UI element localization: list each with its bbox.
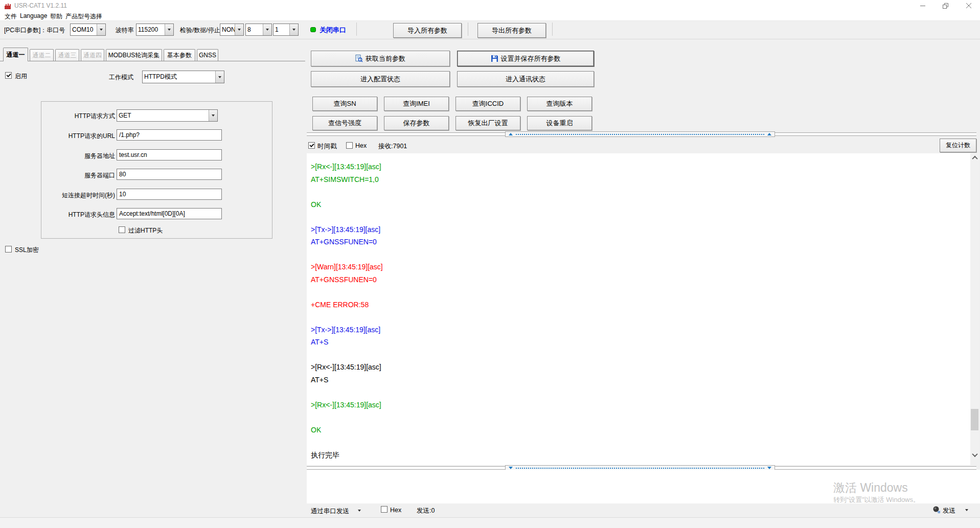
chevron-down-icon[interactable] [263,24,271,35]
log-line: 执行完毕 [311,449,383,462]
menu-language[interactable]: Language [20,12,47,19]
send-controls-row: 通过串口发送 Hex 发送:0 发送 [307,503,980,517]
enter-config-button[interactable]: 进入配置状态 [311,71,450,87]
enable-checkbox[interactable] [5,72,12,79]
short-conn-timeout-input[interactable]: 10 [117,189,222,200]
splitter-dots [516,134,764,135]
ssl-checkbox[interactable] [5,246,12,252]
menu-file[interactable]: 文件 [5,12,17,21]
tab-channel-1[interactable]: 通道一 [3,48,28,61]
frame-label: 检验/数据/停止 [180,26,220,35]
log-line: >[Tx->][13:45:19][asc] [311,324,383,336]
titlebar: USR-CAT1 V1.2.11 [0,0,980,11]
send-splitter[interactable] [307,466,976,470]
send-hex-checkbox[interactable] [381,506,388,513]
tab-channel-2[interactable]: 通道二 [30,49,54,61]
databits-select[interactable]: 8 [245,24,272,36]
tab-gnss[interactable]: GNSS [197,49,218,61]
close-button[interactable] [957,0,980,11]
app-icon [4,3,11,12]
import-params-button[interactable]: 导入所有参数 [393,23,462,38]
http-method-label: HTTP请求方式 [43,112,115,121]
save-params-button[interactable]: 保存参数 [384,116,449,130]
scroll-down-button[interactable] [970,450,979,459]
stopbits-select[interactable]: 1 [273,24,299,36]
chevron-down-icon[interactable] [235,24,243,35]
receive-log-area[interactable]: >[Rx<-][13:45:19][asc] AT+SIMSWITCH=1,0 … [307,153,970,465]
send-via-serial-dropdown[interactable]: 通过串口发送 [311,507,349,516]
toolbar: [PC串口参数]：串口号 COM10 波特率 115200 检验/数据/停止 N… [0,21,980,39]
work-mode-select[interactable]: HTTPD模式 [142,71,224,83]
log-line: >[Warn][13:45:19][asc] [311,261,383,273]
chevron-down-icon[interactable] [209,110,217,121]
server-addr-input[interactable]: test.usr.cn [117,149,222,160]
reset-count-button[interactable]: 复位计数 [940,139,976,152]
close-serial-button[interactable]: 关闭串口 [320,26,346,35]
log-line [311,386,383,399]
tab-modbus-poll[interactable]: MODBUS轮询采集 [106,49,162,61]
log-scrollbar[interactable] [970,153,979,459]
log-line [311,311,383,324]
serial-status-led-icon [310,27,316,32]
collapse-down-icon [509,467,513,469]
parity-select[interactable]: NONI [220,24,244,36]
tab-channel-3[interactable]: 通道三 [55,49,79,61]
app-window: USR-CAT1 V1.2.11 文件 Language 帮助 产品型号选择 [… [0,0,980,528]
chevron-down-icon[interactable] [289,24,298,35]
log-line: +CME ERROR:58 [311,299,383,311]
menu-product-model[interactable]: 产品型号选择 [65,12,102,21]
log-line: AT+S [311,374,383,386]
scrollbar-thumb[interactable] [971,409,978,430]
minimize-button[interactable] [911,0,934,11]
send-button[interactable]: 发送 [943,507,955,515]
http-url-input[interactable]: /1.php? [117,129,222,141]
splitter-collapse-handle[interactable] [505,131,775,137]
query-sn-button[interactable]: 查询SN [312,97,377,111]
log-line: >[Rx<-][13:45:19][asc] [311,399,383,411]
chevron-down-icon[interactable] [215,71,224,83]
query-imei-button[interactable]: 查询IMEI [384,97,449,111]
log-line [311,436,383,449]
ssl-label: SSL加密 [15,246,39,255]
restore-button[interactable] [934,0,957,11]
log-line: OK [311,198,383,211]
tab-basic-params[interactable]: 基本参数 [164,49,195,61]
http-method-select[interactable]: GET [117,109,218,122]
menubar: 文件 Language 帮助 产品型号选择 [0,11,980,21]
chevron-down-icon[interactable] [358,510,361,512]
log-line: >[Tx->][13:45:19][asc] [311,223,383,236]
com-port-select[interactable]: COM10 [70,24,106,36]
log-hex-checkbox[interactable] [346,142,353,149]
activate-windows-subtext: 转到“设置”以激活 Windows。 [833,495,920,504]
log-line: >[Rx<-][13:45:19][asc] [311,160,383,173]
query-signal-button[interactable]: 查信号强度 [312,116,377,130]
server-port-input[interactable]: 80 [117,169,222,180]
log-splitter-top[interactable] [307,132,976,136]
query-iccid-button[interactable]: 查询ICCID [455,97,520,111]
tab-baseline [0,61,305,61]
enter-comm-button[interactable]: 进入通讯状态 [457,71,594,87]
http-header-input[interactable]: Accept:text/html[0D][0A] [117,208,222,219]
status-bar [0,517,980,528]
chevron-down-icon[interactable] [97,24,105,35]
query-version-button[interactable]: 查询版本 [527,97,592,111]
menu-help[interactable]: 帮助 [50,12,62,21]
server-port-label: 服务器端口 [43,171,115,180]
log-line [311,349,383,361]
chevron-down-icon[interactable] [165,24,173,35]
scroll-up-button[interactable] [970,153,979,162]
chevron-up-icon [972,155,977,161]
get-params-button[interactable]: 获取当前参数 [311,51,450,66]
tab-channel-4[interactable]: 通道四 [81,49,104,61]
export-params-button[interactable]: 导出所有参数 [477,23,546,38]
factory-reset-button[interactable]: 恢复出厂设置 [455,116,520,130]
filter-http-label: 过滤HTTP头 [128,226,163,235]
baud-rate-select[interactable]: 115200 [136,24,174,36]
send-icon[interactable] [932,506,941,514]
chevron-down-icon[interactable] [965,509,968,511]
collapse-down-icon [767,467,771,469]
device-restart-button[interactable]: 设备重启 [527,116,592,130]
set-save-params-button[interactable]: 设置并保存所有参数 [457,51,594,66]
timestamp-checkbox[interactable] [308,142,315,149]
filter-http-checkbox[interactable] [119,226,125,233]
